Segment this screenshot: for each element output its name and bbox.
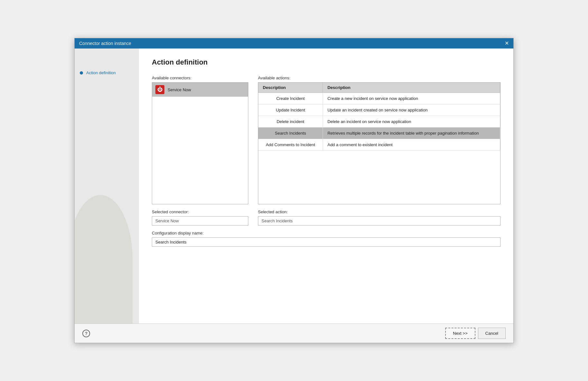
actions-table-header-row: Description Description <box>258 83 500 93</box>
config-name-section: Configuration display name: <box>152 231 501 247</box>
action-name: Add Comments to Incident <box>258 139 323 151</box>
page-title: Action definition <box>152 58 501 66</box>
action-name: Search Incidents <box>258 128 323 139</box>
main-content: Action definition Available connectors: … <box>139 49 513 323</box>
sidebar-bullet <box>80 71 83 75</box>
sidebar-item-label: Action definition <box>86 70 116 75</box>
table-row[interactable]: Delete incident Delete an incident on se… <box>258 116 500 128</box>
action-name: Create Incident <box>258 93 323 104</box>
dialog-title: Connector action instance <box>79 41 131 46</box>
action-name: Update Incident <box>258 104 323 116</box>
table-row[interactable]: Update Incident Update an incident creat… <box>258 104 500 116</box>
actions-table-wrapper[interactable]: Description Description Create Incident … <box>258 82 501 204</box>
help-button[interactable]: ? <box>82 330 90 337</box>
config-display-name-label: Configuration display name: <box>152 231 501 235</box>
table-row[interactable]: Create Incident Create a new incident on… <box>258 93 500 104</box>
title-bar: Connector action instance ✕ <box>75 38 513 49</box>
sidebar-item-action-definition[interactable]: Action definition <box>75 68 139 78</box>
selected-action-input[interactable] <box>258 216 501 226</box>
cancel-button[interactable]: Cancel <box>478 328 506 339</box>
connectors-actions-row: Available connectors: ⏻ Service Now Avai… <box>152 75 501 204</box>
connector-icon: ⏻ <box>155 85 164 94</box>
available-actions-label: Available actions: <box>258 75 501 80</box>
close-button[interactable]: ✕ <box>505 41 509 46</box>
next-button[interactable]: Next >> <box>445 328 475 339</box>
config-display-name-input[interactable] <box>152 237 501 247</box>
action-description: Add a comment to existent incident <box>323 139 500 151</box>
available-connectors-label: Available connectors: <box>152 75 248 80</box>
connector-item-servicenow[interactable]: ⏻ Service Now <box>152 83 248 97</box>
connector-name: Service Now <box>168 87 191 92</box>
sidebar: Action definition <box>75 49 139 323</box>
selected-connector-label: Selected connector: <box>152 209 248 214</box>
dialog-body: Action definition Action definition Avai… <box>75 49 513 323</box>
actions-col: Available actions: Description Descripti… <box>258 75 501 204</box>
connector-list[interactable]: ⏻ Service Now <box>152 82 248 204</box>
action-description: Create a new incident on service now app… <box>323 93 500 104</box>
selected-fields-row: Selected connector: Selected action: <box>152 209 501 226</box>
selected-connector-col: Selected connector: <box>152 209 248 226</box>
table-row[interactable]: Add Comments to Incident Add a comment t… <box>258 139 500 151</box>
dialog-footer: ? Next >> Cancel <box>75 323 513 343</box>
table-row[interactable]: Search Incidents Retrieves multiple reco… <box>258 128 500 139</box>
selected-connector-input[interactable] <box>152 216 248 226</box>
connectors-col: Available connectors: ⏻ Service Now <box>152 75 248 204</box>
dialog: Connector action instance ✕ Action defin… <box>74 38 514 343</box>
action-description: Retrieves multiple records for the incid… <box>323 128 500 139</box>
action-name: Delete incident <box>258 116 323 128</box>
action-description: Delete an incident on service now applic… <box>323 116 500 128</box>
col-header-description: Description <box>323 83 500 93</box>
power-icon: ⏻ <box>157 87 162 92</box>
selected-action-label: Selected action: <box>258 209 501 214</box>
footer-buttons: Next >> Cancel <box>445 328 506 339</box>
action-description: Update an incident created on service no… <box>323 104 500 116</box>
actions-table: Description Description Create Incident … <box>258 83 500 151</box>
sidebar-decoration <box>75 195 133 323</box>
selected-action-col: Selected action: <box>258 209 501 226</box>
col-header-name: Description <box>258 83 323 93</box>
